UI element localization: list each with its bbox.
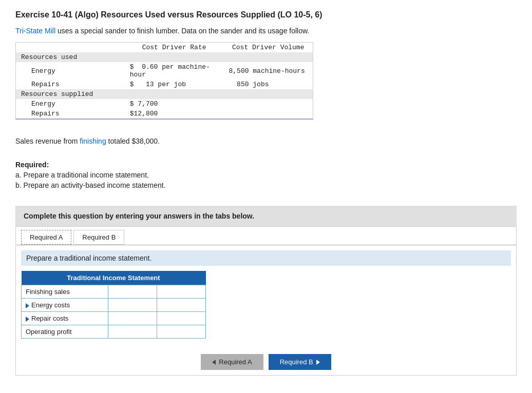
required-section: Required: a. Prepare a traditional incom…	[15, 161, 517, 189]
row-label-energy: Energy costs	[22, 299, 108, 312]
tab-required-b[interactable]: Required B	[73, 230, 124, 245]
table-row: Resources used	[16, 52, 313, 62]
table-row: Energy $ 0.60 per machine-hour 8,500 mac…	[16, 62, 313, 80]
req-b-text: b. Prepare an activity-based income stat…	[15, 181, 517, 189]
row-label-operating: Operating profit	[22, 325, 108, 339]
energy-input-cell[interactable]	[108, 299, 157, 312]
tabs-container: Required A Required B Prepare a traditio…	[15, 226, 517, 376]
operating-profit-input[interactable]	[112, 328, 153, 336]
repair-costs-input[interactable]	[112, 315, 153, 322]
income-row-operating: Operating profit	[22, 325, 206, 339]
row-volume	[223, 99, 313, 109]
data-table: Cost Driver Rate Cost Driver Volume Reso…	[15, 42, 313, 120]
table-row: Repairs $12,800	[16, 109, 313, 119]
row-rate: $ 13 per job	[125, 80, 224, 89]
col3-header: Cost Driver Volume	[223, 43, 313, 53]
row-label-repair: Repair costs	[22, 312, 108, 325]
row-label: Resources used	[16, 52, 125, 62]
row-volume: 850 jobs	[223, 80, 313, 89]
next-button-label: Required B	[280, 358, 313, 366]
tab-subtitle: Prepare a traditional income statement.	[21, 250, 511, 266]
col1-header	[16, 43, 125, 53]
row-label: Energy	[16, 62, 125, 80]
req-a-text: a. Prepare a traditional income statemen…	[15, 171, 517, 179]
energy-input-cell2[interactable]	[157, 299, 205, 312]
table-row: Energy $ 7,700	[16, 99, 313, 109]
tab-required-a[interactable]: Required A	[21, 230, 71, 245]
finishing-sales-input-cell2[interactable]	[157, 285, 205, 299]
repair-costs-input2[interactable]	[161, 315, 201, 322]
revenue-text1: Sales revenue from	[15, 137, 80, 145]
prev-button-label: Required A	[219, 358, 252, 366]
tabs-row: Required A Required B	[16, 227, 516, 245]
operating-profit-input2[interactable]	[161, 328, 201, 336]
row-label: Repairs	[16, 109, 125, 119]
table-row: Repairs $ 13 per job 850 jobs	[16, 80, 313, 89]
row-rate: $12,800	[125, 109, 224, 119]
row-rate: $ 0.60 per machine-hour	[125, 62, 224, 80]
row-label: Energy	[16, 99, 125, 109]
income-row-repair: Repair costs	[22, 312, 206, 325]
col2-header: Cost Driver Rate	[125, 43, 224, 53]
row-label-finishing: Finishing sales	[22, 285, 108, 299]
bottom-buttons: Required A Required B	[16, 347, 516, 375]
triangle-icon-energy	[26, 303, 29, 308]
revenue-highlight: finishing	[80, 137, 106, 145]
table-row: Resources supplied	[16, 89, 313, 99]
complete-box: Complete this question by entering your …	[15, 206, 517, 226]
chevron-left-icon	[212, 360, 216, 365]
row-label: Repairs	[16, 80, 125, 89]
triangle-icon-repair	[26, 317, 29, 322]
finishing-sales-input2[interactable]	[161, 288, 201, 296]
chevron-right-icon	[316, 360, 320, 365]
income-table-header: Traditional Income Statement	[22, 271, 206, 285]
repair-input-cell[interactable]	[108, 312, 157, 325]
page-title: Exercise 10-41 (Algo) Resources Used ver…	[15, 10, 517, 19]
income-table-wrapper: Traditional Income Statement Finishing s…	[21, 271, 511, 339]
intro-text: Tri-State Mill uses a special sander to …	[15, 27, 517, 35]
operating-input-cell[interactable]	[108, 325, 157, 339]
income-row-energy: Energy costs	[22, 299, 206, 312]
company-name: Tri-State Mill	[15, 27, 55, 35]
prev-button[interactable]: Required A	[201, 354, 263, 370]
row-label: Resources supplied	[16, 89, 125, 99]
row-rate: $ 7,700	[125, 99, 224, 109]
row-volume: 8,500 machine-hours	[223, 62, 313, 80]
intro-text2: uses a special sander to finish lumber. …	[55, 27, 309, 35]
required-label: Required:	[15, 161, 49, 169]
next-button[interactable]: Required B	[269, 354, 331, 370]
income-row-finishing: Finishing sales	[22, 285, 206, 299]
row-volume	[223, 109, 313, 119]
income-table: Traditional Income Statement Finishing s…	[21, 271, 206, 339]
tab-a-content: Prepare a traditional income statement. …	[16, 245, 516, 339]
revenue-line: Sales revenue from finishing totaled $38…	[15, 137, 517, 145]
repair-input-cell2[interactable]	[157, 312, 205, 325]
energy-costs-input2[interactable]	[161, 301, 201, 309]
finishing-sales-input[interactable]	[112, 288, 153, 296]
revenue-text2: totaled $38,000.	[106, 137, 160, 145]
finishing-sales-input-cell[interactable]	[108, 285, 157, 299]
energy-costs-input[interactable]	[112, 301, 153, 309]
operating-input-cell2[interactable]	[157, 325, 205, 339]
